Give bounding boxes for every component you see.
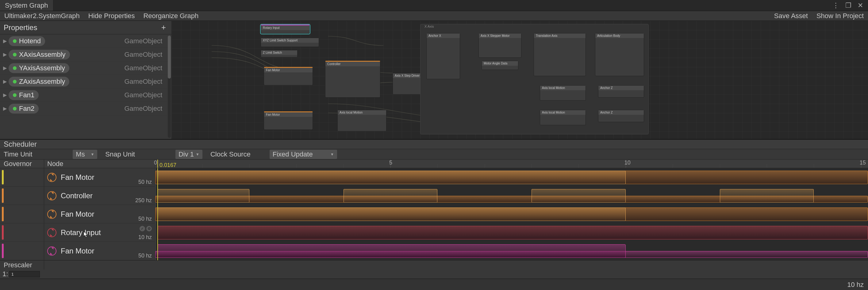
graph-node-z-limit[interactable]: Z Limit Switch [261,50,298,57]
property-row[interactable]: ▶ XAxisAssembly GameObject [0,48,172,61]
node-title: Controller [326,62,380,66]
graph-node-fan-motor[interactable]: Fan Motor [264,67,313,85]
node-title: Rotary Input [261,26,309,30]
track-name: Fan Motor [61,247,94,255]
property-chip[interactable]: ZAxisAssembly [8,77,69,87]
graph-node-limit-switch[interactable]: XYZ Limit Switch Support [261,38,319,47]
property-chip[interactable]: Hotend [8,36,45,46]
timeline-row[interactable] [155,242,868,260]
track-row[interactable]: Fan Motor 50 hz [0,205,155,224]
status-dot-icon [13,39,17,43]
properties-list[interactable]: ▶ Hotend GameObject ▶ XAxisAssembly Game… [0,34,172,139]
prescaler-value-row: 1: [0,269,868,279]
chevron-down-icon: ▼ [196,152,199,156]
status-dot-icon [13,53,17,56]
expand-icon[interactable]: ▶ [3,38,8,44]
prescaler-input[interactable] [9,271,40,278]
timeline-row[interactable] [155,168,868,186]
expand-icon[interactable]: ▶ [3,65,8,71]
expand-icon[interactable]: ▶ [3,106,8,111]
track-row[interactable]: Fan Motor 50 hz [0,242,155,260]
governor-stripe [2,207,4,221]
ruler-label: 15 [860,160,866,166]
breadcrumb[interactable]: Ultimaker2.SystemGraph [0,11,84,21]
show-in-project-button[interactable]: Show In Project [812,12,868,20]
timeline-playhead[interactable] [157,168,158,260]
graph-node-fan-motor[interactable]: Fan Motor [264,111,313,130]
timeline-area[interactable] [155,168,868,260]
timeline-row[interactable] [155,186,868,205]
node-title: Motor Angle Data [482,61,518,66]
track-name: Rotary Input [61,228,101,237]
graph-node-axis-local-motion[interactable]: Axis local Motion [540,85,586,100]
chevron-down-icon: ▼ [330,152,334,156]
clock-source-select[interactable]: Fixed Update ▼ [270,150,337,159]
graph-node-stepper-motor[interactable]: Axis X Stepper Motor [478,33,521,58]
property-chip[interactable]: Fan1 [8,90,39,100]
time-unit-select[interactable]: Ms ▼ [73,150,97,159]
node-title: Fan Motor [264,68,313,72]
property-type: GameObject [125,37,169,45]
track-row[interactable]: Controller 250 hz [0,186,155,205]
ruler-label: 0 [154,160,157,166]
graph-node-anchor[interactable]: Anchor X [426,33,460,79]
node-title: Z Limit Switch [261,50,297,55]
window-menu-icon[interactable]: ⋮ [831,2,841,9]
property-row[interactable]: ▶ Fan1 GameObject [0,88,172,102]
graph-node-motor-angle-data[interactable]: Motor Angle Data [482,61,518,70]
scrollbar-thumb[interactable] [168,36,171,79]
property-row[interactable]: ▶ Fan2 GameObject [0,102,172,115]
prescaler-row: Prescaler [0,260,868,269]
tab-system-graph[interactable]: System Graph [0,0,53,11]
graph-node-anchor[interactable]: Anchor Z [598,85,644,97]
properties-scrollbar[interactable] [168,36,171,138]
property-chip[interactable]: YAxisAssembly [8,63,69,73]
track-row[interactable]: Fan Motor 50 hz [0,168,155,186]
properties-header: Properties + [0,21,172,34]
property-chip[interactable]: Fan2 [8,104,39,114]
window-close-icon[interactable]: ✕ [856,2,865,9]
tracks-left-column: Fan Motor 50 hz Controller 250 hz Fan Mo… [0,168,155,260]
graph-node-translation-axis[interactable]: Translation Axis [534,33,586,76]
graph-node-rotary-input[interactable]: Rotary Input [261,25,310,34]
window-restore-icon[interactable]: ❐ [843,2,853,9]
graph-node-articulation[interactable]: Articulation Body [595,33,644,76]
timeline-ruler[interactable]: 0 0.0167 5 10 15 [155,160,868,168]
track-settings-button[interactable]: ⚙ [146,226,152,231]
scheduler-column-headers: Governor Node 0 0.0167 5 10 [0,160,868,168]
status-dot-icon [13,66,17,70]
node-title: Axis local Motion [338,110,386,115]
node-title: Translation Axis [534,33,586,38]
property-row[interactable]: ▶ ZAxisAssembly GameObject [0,75,172,88]
timeline-row[interactable] [155,224,868,242]
scheduler-header: Scheduler [0,139,868,149]
track-name: Fan Motor [61,173,94,182]
ruler-label: 10 [624,160,630,166]
track-row[interactable]: Rotary Input ✓ ⚙ 10 hz [0,224,155,242]
sync-icon [47,173,56,182]
track-settings-button[interactable]: ✓ [140,226,145,231]
scheduler-panel: Scheduler Time Unit Ms ▼ Snap Unit Div 1… [0,139,868,279]
timeline-marker[interactable] [157,160,158,168]
add-property-button[interactable]: + [159,23,168,32]
graph-node-axis-local-motion[interactable]: Axis local Motion [540,110,586,125]
property-row[interactable]: ▶ YAxisAssembly GameObject [0,61,172,75]
property-row[interactable]: ▶ Hotend GameObject [0,34,172,48]
graph-node-axis-local-motion[interactable]: Axis local Motion [337,110,386,132]
scheduler-title: Scheduler [4,140,37,148]
graph-group-label: X Axis [423,24,436,29]
reorganize-graph-button[interactable]: Reorganize Graph [139,11,203,21]
node-title: Articulation Body [595,33,644,38]
expand-icon[interactable]: ▶ [3,92,8,98]
timeline-row[interactable] [155,205,868,224]
graph-canvas[interactable]: Rotary Input XYZ Limit Switch Support Z … [172,21,868,139]
save-asset-button[interactable]: Save Asset [770,12,812,20]
graph-node-controller[interactable]: Controller [325,61,380,97]
expand-icon[interactable]: ▶ [3,52,8,57]
expand-icon[interactable]: ▶ [3,79,8,84]
graph-node-anchor[interactable]: Anchor Z [598,110,644,122]
snap-unit-select[interactable]: Div 1 ▼ [176,150,203,159]
clock-source-label: Clock Source [207,150,254,158]
hide-properties-button[interactable]: Hide Properties [84,11,139,21]
property-chip[interactable]: XAxisAssembly [8,50,70,60]
